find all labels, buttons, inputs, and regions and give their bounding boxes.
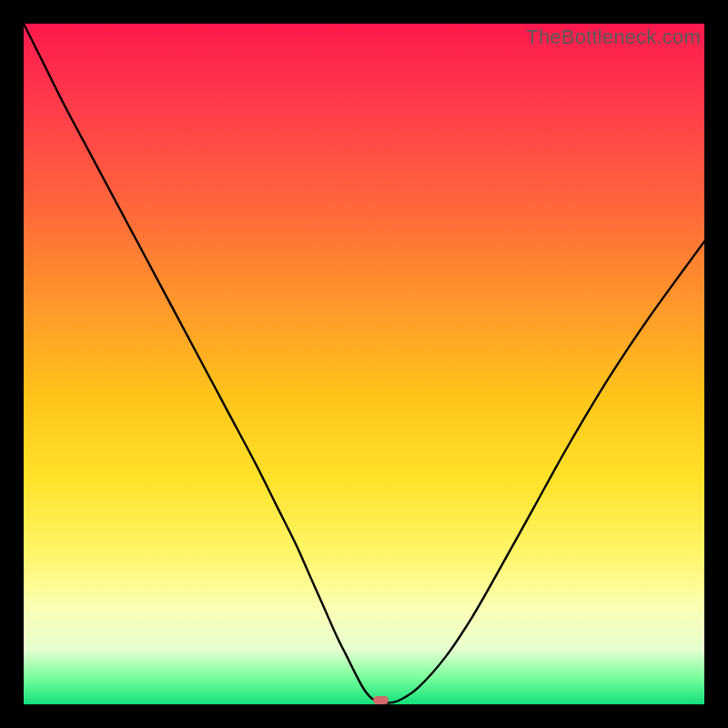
plot-area: [24, 24, 704, 704]
chart-frame: TheBottleneck.com: [0, 0, 728, 728]
min-marker: [373, 696, 388, 705]
watermark-text: TheBottleneck.com: [526, 25, 701, 49]
